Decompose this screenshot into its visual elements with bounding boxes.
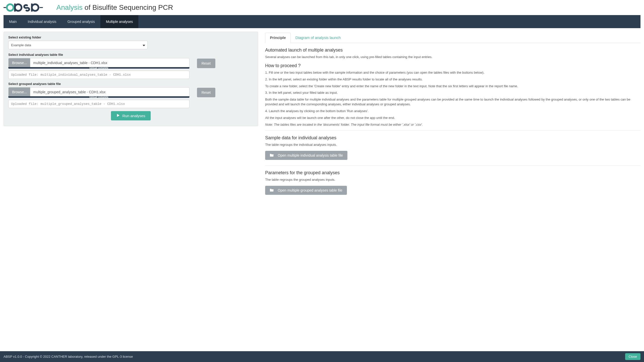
individual-uploaded-msg: Uploaded file: multiple_individual_analy… xyxy=(8,71,189,79)
run-analyses-button[interactable]: Run analyses xyxy=(111,111,151,120)
footer-text: ABSP v1.0.0 - Copyright © 2022 CANTHER l… xyxy=(4,355,133,358)
app-title: Analysis of Bisulfite Sequencing PCR xyxy=(56,4,173,12)
run-label: Run analyses xyxy=(123,114,145,118)
grouped-browse-button[interactable]: Browse... xyxy=(9,87,30,97)
tab-diagram[interactable]: Diagram of analysis launch xyxy=(291,33,345,43)
title-rest: of Bisulfite Sequencing PCR xyxy=(83,4,173,11)
grouped-uploaded-msg: Uploaded file: multiple_grouped_analyses… xyxy=(8,100,189,108)
individual-upload-complete-label: Upload complete xyxy=(89,67,108,69)
svg-point-1 xyxy=(7,4,13,11)
individual-file-picker: Browse... multiple_individual_analyses_t… xyxy=(8,58,189,68)
sample-data-desc: The table regroups the individual analys… xyxy=(265,143,640,147)
parameters-desc: The table regroups the grouped analyses … xyxy=(265,177,640,182)
individual-file-label: Select individual analyses table file xyxy=(8,53,253,57)
heading-sample-data: Sample data for individual analyses xyxy=(265,135,640,141)
open-grouped-table-label: Open multiple grouped analyses table fil… xyxy=(278,188,342,192)
grouped-filename: multiple_grouped_analyses_table - CDH1.x… xyxy=(30,87,189,97)
step-4b: All the input analyses will be launch on… xyxy=(265,116,640,120)
folder-label: Select existing folder xyxy=(8,35,253,39)
step-3: 3. In the left panel, select your filled… xyxy=(265,90,640,95)
tab-principle[interactable]: Principle xyxy=(265,33,291,43)
right-panel: Principle Diagram of analysis launch Aut… xyxy=(265,32,640,348)
nav-multiple-analyses[interactable]: Multiple analyses xyxy=(100,15,138,28)
grouped-reset-button[interactable]: Reset xyxy=(197,88,215,97)
nav-main[interactable]: Main xyxy=(4,15,22,28)
footer-bar: ABSP v1.0.0 - Copyright © 2022 CANTHER l… xyxy=(0,351,644,362)
folder-value: Example data xyxy=(11,43,31,47)
open-individual-table-label: Open multiple individual analysis table … xyxy=(278,153,343,157)
nav-grouped-analysis[interactable]: Grouped analysis xyxy=(62,15,100,28)
nav-individual-analysis[interactable]: Individual analysis xyxy=(22,15,62,28)
svg-point-2 xyxy=(15,4,21,11)
content-area: Select existing folder Example data Sele… xyxy=(0,28,644,351)
step-2b: To create a new folder, select the 'Crea… xyxy=(265,84,640,89)
individual-reset-button[interactable]: Reset xyxy=(197,59,215,68)
folder-select[interactable]: Example data xyxy=(8,41,148,49)
heading-automated-launch: Automated launch of multiple analyses xyxy=(265,48,640,53)
divider-1 xyxy=(265,130,640,131)
right-tab-strip: Principle Diagram of analysis launch xyxy=(265,33,640,43)
step-3b: Both the sample data table for multiple … xyxy=(265,97,640,107)
play-icon xyxy=(116,114,120,118)
left-panel: Select existing folder Example data Sele… xyxy=(4,32,258,126)
divider-2 xyxy=(265,165,640,166)
main-nav: Main Individual analysis Grouped analysi… xyxy=(4,15,640,28)
step-4: 4. Launch the analyses by clicking on th… xyxy=(265,109,640,114)
grouped-file-label: Select grouped analyses table file xyxy=(8,82,253,86)
folder-open-icon xyxy=(270,153,274,157)
grouped-upload-complete-label: Upload complete xyxy=(89,96,108,98)
heading-parameters: Parameters for the grouped analyses xyxy=(265,170,640,175)
app-logo xyxy=(4,2,51,13)
folder-open-icon xyxy=(270,188,274,192)
caret-down-icon xyxy=(143,43,145,47)
step-2: 2. In the left panel, select an existing… xyxy=(265,77,640,82)
individual-filename: multiple_individual_analyses_table - CDH… xyxy=(30,58,189,67)
grouped-file-picker: Browse... multiple_grouped_analyses_tabl… xyxy=(8,87,189,97)
individual-upload-progress: Upload complete xyxy=(8,67,189,69)
svg-point-3 xyxy=(32,4,38,11)
app-header: Analysis of Bisulfite Sequencing PCR xyxy=(0,0,644,15)
open-individual-table-button[interactable]: Open multiple individual analysis table … xyxy=(265,151,347,160)
intro-text: Several analyses can be launched from th… xyxy=(265,55,640,60)
individual-browse-button[interactable]: Browse... xyxy=(9,58,30,67)
heading-how-to-proceed: How to proceed ? xyxy=(265,63,640,68)
step-1: 1. Fill one or the two input tables belo… xyxy=(265,70,640,75)
grouped-upload-progress: Upload complete xyxy=(8,96,189,98)
title-prefix: Analysis xyxy=(56,4,83,11)
open-grouped-table-button[interactable]: Open multiple grouped analyses table fil… xyxy=(265,186,347,195)
close-button[interactable]: Close xyxy=(625,353,640,360)
note-text: Note: The tables files are located in th… xyxy=(265,122,640,127)
